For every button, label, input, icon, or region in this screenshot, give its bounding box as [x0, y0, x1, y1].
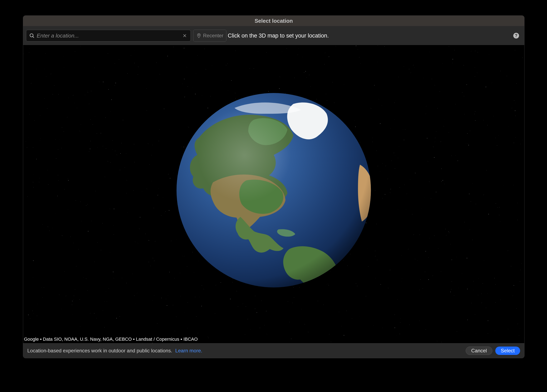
globe-graphic: [176, 92, 372, 288]
svg-text:?: ?: [515, 33, 518, 38]
hint-text: Click on the 3D map to set your location…: [228, 33, 329, 39]
map-attribution: Google • Data SIO, NOAA, U.S. Navy, NGA,…: [24, 337, 198, 342]
footer: Location-based experiences work in outdo…: [23, 343, 524, 358]
learn-more-link[interactable]: Learn more.: [175, 348, 202, 353]
svg-point-4: [198, 34, 199, 36]
select-button[interactable]: Select: [495, 347, 520, 355]
svg-line-1: [33, 36, 34, 38]
footer-info: Location-based experiences work in outdo…: [27, 348, 202, 354]
map-pin-icon: [196, 33, 201, 38]
toolbar: Recenter Click on the 3D map to set your…: [23, 26, 524, 45]
footer-info-text: Location-based experiences work in outdo…: [27, 348, 172, 353]
help-icon: ?: [513, 33, 519, 39]
help-button[interactable]: ?: [513, 33, 519, 39]
recenter-label: Recenter: [203, 33, 223, 39]
search-icon: [29, 33, 34, 38]
clear-search-button[interactable]: [182, 33, 188, 39]
recenter-button[interactable]: Recenter: [193, 30, 226, 42]
search-field-wrap: [26, 30, 191, 41]
globe-map[interactable]: Google • Data SIO, NOAA, U.S. Navy, NGA,…: [23, 45, 524, 343]
search-input[interactable]: [34, 33, 182, 39]
svg-point-9: [177, 93, 371, 287]
close-icon: [183, 34, 187, 38]
cancel-button[interactable]: Cancel: [466, 347, 492, 355]
select-location-dialog: Select location: [23, 15, 525, 358]
dialog-title: Select location: [23, 16, 524, 26]
